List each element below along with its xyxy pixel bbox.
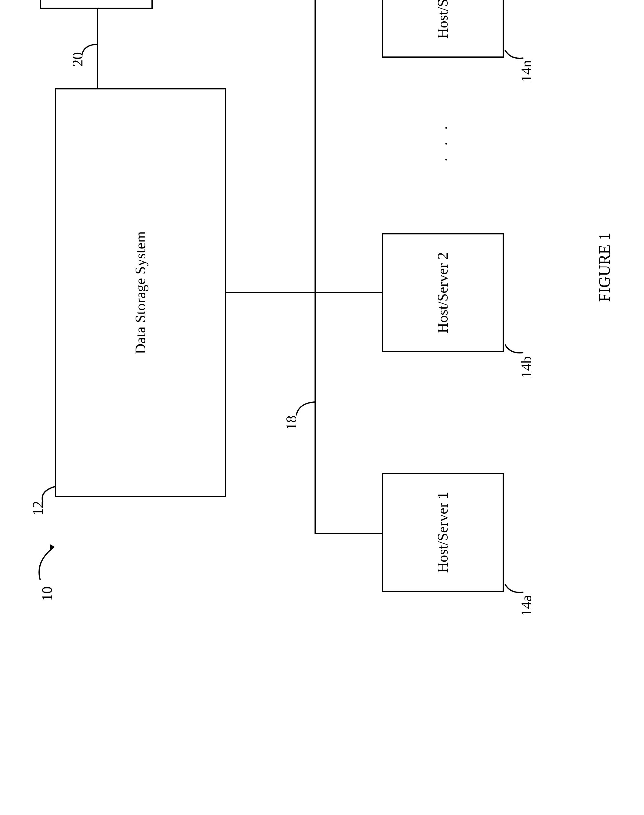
host-2-ref: 14b <box>519 356 534 378</box>
host-1-ref: 14a <box>519 595 534 616</box>
host-n-label: Host/Server n <box>434 0 452 39</box>
host-2-box: Host/Server 2 <box>382 233 504 352</box>
host-n-ref: 14n <box>519 60 534 82</box>
host-1-ref-curve <box>504 578 525 596</box>
bus-line <box>314 0 316 534</box>
figure-caption: FIGURE 1 <box>595 233 613 302</box>
data-storage-system-box: Data Storage System <box>55 88 226 497</box>
bus-drop-1 <box>314 533 382 534</box>
system-ref-label: 10 <box>40 587 54 601</box>
management-system-box: Management System 16 <box>40 0 153 9</box>
storage-to-bus-vline <box>226 292 314 293</box>
bus-drop-2 <box>314 292 382 293</box>
host-1-box: Host/Server 1 <box>382 473 504 592</box>
bus-ref-curve <box>293 397 316 418</box>
host-2-label: Host/Server 2 <box>434 252 452 333</box>
hosts-ellipsis: . . . <box>434 122 451 161</box>
host-1-label: Host/Server 1 <box>434 492 452 573</box>
data-storage-system-label: Data Storage System <box>131 231 150 354</box>
host-n-ref-curve <box>504 44 525 62</box>
host-n-box: Host/Server n <box>382 0 504 58</box>
system-ref-arrow <box>37 540 64 583</box>
host-2-ref-curve <box>504 339 525 357</box>
storage-ref-curve <box>37 482 58 503</box>
conn-20-curve <box>80 39 98 58</box>
